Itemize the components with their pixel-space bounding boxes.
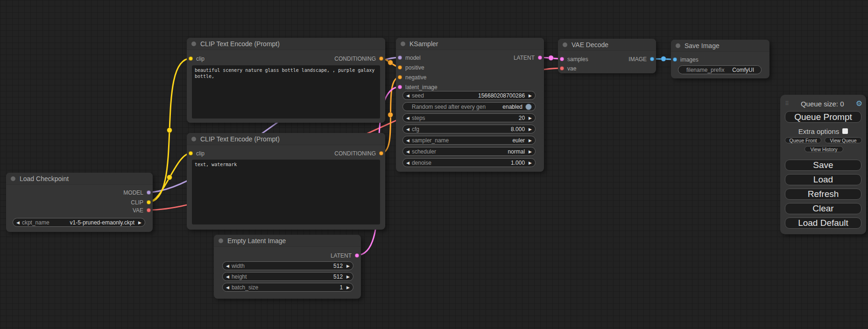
output-dot-latent[interactable] [355,253,359,258]
widget-value[interactable]: normal [508,148,525,155]
input-dot-images[interactable] [673,57,677,62]
increment-arrow-icon[interactable]: ▶ [346,264,350,268]
clear-button[interactable]: Clear [785,203,861,214]
node-title-bar[interactable]: Load Checkpoint [6,173,153,185]
collapse-dot-icon[interactable] [563,42,567,47]
output-dot-vae[interactable] [147,208,151,212]
widget-ckpt-name[interactable]: ◀ ckpt_name v1-5-pruned-emaonly.ckpt ▶ [13,218,145,227]
node-load-checkpoint[interactable]: Load Checkpoint MODEL CLIP VAE ◀ ckpt_na… [6,173,153,232]
widget-batch-size[interactable]: ◀ batch_size 1 ▶ [222,283,353,292]
widget-value[interactable]: 1 [339,284,343,291]
widget-value[interactable]: 1.000 [511,160,525,166]
widget-value[interactable]: ComfyUI [732,67,754,73]
node-vae-decode[interactable]: VAE Decode samples vae IMAGE [558,39,656,73]
decrement-arrow-icon[interactable]: ◀ [406,161,409,165]
load-button[interactable]: Load [785,174,861,185]
prompt-text-area[interactable]: beautiful scenery nature glass bottle la… [192,65,380,119]
increment-arrow-icon[interactable]: ▶ [346,285,350,290]
node-title-bar[interactable]: CLIP Text Encode (Prompt) [187,38,385,50]
decrement-arrow-icon[interactable]: ◀ [406,138,409,143]
input-dot-samples[interactable] [560,57,564,61]
widget-value[interactable]: v1-5-pruned-emaonly.ckpt [70,219,135,226]
increment-arrow-icon[interactable]: ▶ [529,93,532,98]
widget-sampler-name[interactable]: ◀ sampler_name euler ▶ [402,136,536,145]
widget-filename-prefix[interactable]: filename_prefix ComfyUI [678,65,762,74]
decrement-arrow-icon[interactable]: ◀ [406,149,409,154]
input-dot-negative[interactable] [398,75,402,79]
node-title-bar[interactable]: Empty Latent Image [214,235,361,247]
queue-front-button[interactable]: Queue Front [785,137,821,143]
output-dot-conditioning[interactable] [379,151,383,155]
increment-arrow-icon[interactable]: ▶ [529,161,532,165]
collapse-dot-icon[interactable] [219,238,223,243]
widget-denoise[interactable]: ◀ denoise 1.000 ▶ [402,158,536,167]
widget-steps[interactable]: ◀ steps 20 ▶ [402,113,536,122]
collapse-dot-icon[interactable] [676,43,680,48]
widget-label: ckpt_name [22,219,49,226]
toggle-on-icon[interactable] [525,104,532,110]
widget-width[interactable]: ◀ width 512 ▶ [222,261,353,270]
extra-options-checkbox[interactable] [842,128,848,134]
output-dot-image[interactable] [650,57,654,61]
collapse-dot-icon[interactable] [191,137,196,141]
widget-value[interactable]: euler [512,137,525,144]
widget-height[interactable]: ◀ height 512 ▶ [222,272,353,281]
increment-arrow-icon[interactable]: ▶ [529,116,532,120]
decrement-arrow-icon[interactable]: ◀ [226,264,229,268]
widget-value[interactable]: 156680208700286 [478,92,525,99]
widget-value[interactable]: 20 [519,115,525,121]
widget-scheduler[interactable]: ◀ scheduler normal ▶ [402,147,536,156]
widget-value[interactable]: 8.000 [511,126,525,133]
decrement-arrow-icon[interactable]: ◀ [406,127,409,132]
node-title-bar[interactable]: CLIP Text Encode (Prompt) [187,133,385,145]
increment-arrow-icon[interactable]: ▶ [529,127,532,132]
widget-cfg[interactable]: ◀ cfg 8.000 ▶ [402,125,536,133]
increment-arrow-icon[interactable]: ▶ [346,274,350,279]
node-empty-latent-image[interactable]: Empty Latent Image LATENT ◀ width 512 ▶ … [214,235,361,299]
node-save-image[interactable]: Save Image images filename_prefix ComfyU… [671,40,769,78]
increment-arrow-icon[interactable]: ▶ [138,220,141,225]
link-midpoint-dot [661,56,666,62]
widget-value[interactable]: 512 [333,273,343,280]
increment-arrow-icon[interactable]: ▶ [529,149,532,154]
view-history-button[interactable]: View History [804,146,843,152]
collapse-dot-icon[interactable] [191,42,196,46]
drag-handle-icon[interactable]: ⠿ [785,100,789,107]
node-ksampler[interactable]: KSampler model positive negative latent_… [396,38,544,172]
input-dot-clip[interactable] [189,56,193,61]
output-dot-conditioning[interactable] [379,56,383,61]
input-dot-vae[interactable] [560,66,564,70]
input-dot-clip[interactable] [189,151,193,155]
view-queue-button[interactable]: View Queue [825,137,862,143]
input-dot-positive[interactable] [398,65,402,70]
decrement-arrow-icon[interactable]: ◀ [406,116,409,120]
node-graph-canvas[interactable]: { "icons": { "left_arrow": "◀", "right_a… [0,0,868,329]
input-dot-model[interactable] [398,56,402,60]
widget-seed[interactable]: ◀ seed 156680208700286 ▶ [402,91,536,100]
queue-prompt-button[interactable]: Queue Prompt [785,111,861,123]
node-title-bar[interactable]: KSampler [396,38,544,50]
load-default-button[interactable]: Load Default [785,217,861,229]
collapse-dot-icon[interactable] [401,42,405,46]
output-dot-latent[interactable] [538,56,542,60]
refresh-button[interactable]: Refresh [785,189,861,200]
save-button[interactable]: Save [785,160,861,171]
output-slot-conditioning: CONDITIONING [334,149,383,157]
settings-gear-icon[interactable]: ⚙ [856,100,862,107]
decrement-arrow-icon[interactable]: ◀ [226,274,229,279]
node-title-bar[interactable]: VAE Decode [558,39,656,51]
node-clip-text-encode-negative[interactable]: CLIP Text Encode (Prompt) clip CONDITION… [187,133,385,230]
input-dot-latent-image[interactable] [398,85,402,89]
node-clip-text-encode-positive[interactable]: CLIP Text Encode (Prompt) clip CONDITION… [187,38,385,123]
output-dot-clip[interactable] [147,200,151,204]
widget-random-seed-toggle[interactable]: Random seed after every gen enabled [402,102,536,111]
increment-arrow-icon[interactable]: ▶ [529,138,532,143]
node-title-bar[interactable]: Save Image [671,40,769,52]
widget-value[interactable]: 512 [333,263,343,269]
decrement-arrow-icon[interactable]: ◀ [226,285,229,290]
prompt-text-area[interactable]: text, watermark [192,160,380,224]
output-dot-model[interactable] [147,190,151,195]
decrement-arrow-icon[interactable]: ◀ [406,93,409,98]
decrement-arrow-icon[interactable]: ◀ [16,220,20,225]
collapse-dot-icon[interactable] [11,176,15,181]
